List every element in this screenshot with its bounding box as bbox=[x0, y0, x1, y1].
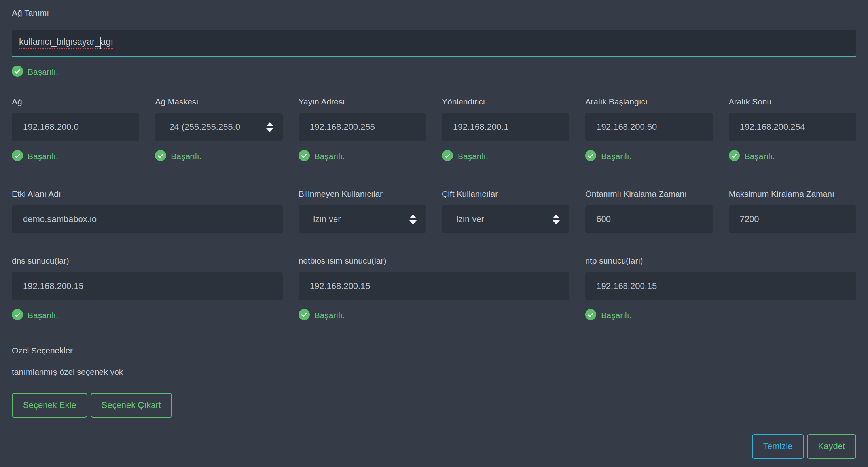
network-address-row: Ağ 192.168.200.0 Başarılı. Ağ Maskesi 24… bbox=[12, 97, 856, 162]
field-label: Yayın Adresi bbox=[299, 97, 426, 106]
status-text: Başarılı. bbox=[28, 311, 58, 320]
unknown-clients-select[interactable]: Izin ver bbox=[299, 205, 426, 234]
custom-options-empty-text: tanımlanmış özel seçenek yok bbox=[12, 367, 856, 377]
input-text: 192.168.200.50 bbox=[596, 122, 657, 132]
network-definition-label: Ağ Tanımı bbox=[12, 8, 856, 18]
input-text: kullanici_bilgisayar_ bbox=[19, 36, 100, 49]
field-netmask: Ağ Maskesi 24 (255.255.255.0 Başarılı. bbox=[155, 97, 282, 162]
field-unknown-clients: Bilinmeyen Kullanıcılar Izin ver bbox=[299, 189, 426, 234]
status-text: Başarılı. bbox=[458, 152, 488, 161]
check-circle-icon bbox=[729, 150, 740, 163]
status-row: Başarılı. bbox=[729, 151, 856, 162]
field-default-lease-time: Öntanımlı Kiralama Zamanı 600 bbox=[585, 189, 713, 234]
status-text: Başarılı. bbox=[171, 152, 201, 161]
input-text: 192.168.200.15 bbox=[310, 281, 370, 291]
clear-button[interactable]: Temizle bbox=[752, 434, 804, 459]
input-text: agi bbox=[101, 36, 113, 49]
range-start-input[interactable]: 192.168.200.50 bbox=[585, 113, 713, 141]
network-definition-field: Ağ Tanımı kullanici_bilgisayar_agi Başar… bbox=[12, 8, 856, 78]
field-label: ntp sunucu(ları) bbox=[585, 256, 856, 266]
save-button[interactable]: Kaydet bbox=[807, 434, 857, 459]
check-circle-icon bbox=[585, 150, 596, 163]
field-router: Yönlendirici 192.168.200.1 Başarılı. bbox=[442, 97, 569, 162]
field-range-end: Aralık Sonu 192.168.200.254 Başarılı. bbox=[729, 97, 856, 162]
select-value: Izin ver bbox=[456, 214, 484, 224]
check-circle-icon bbox=[442, 150, 453, 163]
status-text: Başarılı. bbox=[315, 311, 345, 320]
status-text: Başarılı. bbox=[28, 67, 58, 77]
check-circle-icon bbox=[12, 66, 23, 78]
field-label: Çift Kullanıcılar bbox=[442, 189, 569, 199]
field-label: netbios isim sunucu(lar) bbox=[299, 256, 570, 266]
input-text: 192.168.200.1 bbox=[453, 122, 509, 132]
input-text: 192.168.200.254 bbox=[740, 122, 805, 132]
default-lease-time-input[interactable]: 600 bbox=[585, 205, 713, 234]
field-broadcast: Yayın Adresi 192.168.200.255 Başarılı. bbox=[299, 97, 426, 162]
field-label: Aralık Başlangıcı bbox=[585, 97, 713, 106]
status-text: Başarılı. bbox=[745, 152, 775, 161]
status-row: Başarılı. bbox=[585, 310, 856, 321]
status-row: Başarılı. bbox=[299, 310, 570, 321]
input-text: 192.168.200.15 bbox=[596, 281, 657, 291]
field-label: Aralık Sonu bbox=[729, 97, 856, 106]
input-text: demo.sambabox.io bbox=[23, 214, 97, 224]
status-row: Başarılı. bbox=[12, 66, 856, 78]
servers-row: dns sunucu(lar) 192.168.200.15 Başarılı.… bbox=[12, 256, 856, 321]
status-text: Başarılı. bbox=[315, 152, 345, 161]
check-circle-icon bbox=[585, 309, 596, 322]
field-ntp-servers: ntp sunucu(ları) 192.168.200.15 Başarılı… bbox=[585, 256, 856, 321]
input-text: 192.168.200.255 bbox=[310, 122, 375, 132]
netmask-select[interactable]: 24 (255.255.255.0 bbox=[155, 113, 282, 141]
field-range-start: Aralık Başlangıcı 192.168.200.50 Başarıl… bbox=[585, 97, 713, 162]
custom-options-title: Özel Seçenekler bbox=[12, 346, 856, 356]
input-text: 7200 bbox=[740, 214, 759, 224]
field-max-lease-time: Maksimum Kiralama Zamanı 7200 bbox=[729, 189, 856, 234]
field-label: Ağ Maskesi bbox=[155, 97, 282, 106]
select-value: Izin ver bbox=[313, 214, 341, 224]
input-text: 600 bbox=[596, 214, 611, 224]
remove-option-button[interactable]: Seçenek Çıkart bbox=[91, 393, 172, 418]
domain-name-input[interactable]: demo.sambabox.io bbox=[12, 205, 283, 234]
check-circle-icon bbox=[299, 309, 310, 322]
status-text: Başarılı. bbox=[601, 311, 631, 320]
field-network: Ağ 192.168.200.0 Başarılı. bbox=[12, 97, 139, 162]
dns-servers-input[interactable]: 192.168.200.15 bbox=[12, 272, 283, 300]
field-dns-servers: dns sunucu(lar) 192.168.200.15 Başarılı. bbox=[12, 256, 283, 321]
status-row: Başarılı. bbox=[585, 151, 713, 162]
status-row: Başarılı. bbox=[12, 151, 139, 162]
netbios-servers-input[interactable]: 192.168.200.15 bbox=[299, 272, 570, 300]
status-row: Başarılı. bbox=[155, 151, 282, 162]
field-label: dns sunucu(lar) bbox=[12, 256, 283, 266]
network-input[interactable]: 192.168.200.0 bbox=[12, 113, 139, 141]
add-option-button[interactable]: Seçenek Ekle bbox=[12, 393, 87, 418]
field-label: Bilinmeyen Kullanıcılar bbox=[299, 189, 426, 199]
field-label: Ağ bbox=[12, 97, 139, 106]
max-lease-time-input[interactable]: 7200 bbox=[729, 205, 856, 234]
network-definition-input[interactable]: kullanici_bilgisayar_agi bbox=[12, 30, 856, 57]
check-circle-icon bbox=[155, 150, 166, 163]
form-footer: Temizle Kaydet bbox=[12, 434, 856, 459]
field-label: Yönlendirici bbox=[442, 97, 569, 106]
status-row: Başarılı. bbox=[299, 151, 426, 162]
field-netbios-servers: netbios isim sunucu(lar) 192.168.200.15 … bbox=[299, 256, 570, 321]
field-label: Maksimum Kiralama Zamanı bbox=[729, 189, 856, 199]
broadcast-input[interactable]: 192.168.200.255 bbox=[299, 113, 426, 141]
router-input[interactable]: 192.168.200.1 bbox=[442, 113, 569, 141]
custom-options-buttons: Seçenek Ekle Seçenek Çıkart bbox=[12, 393, 856, 418]
status-row: Başarılı. bbox=[442, 151, 569, 162]
unfold-more-icon bbox=[265, 122, 274, 132]
status-text: Başarılı. bbox=[601, 152, 631, 161]
check-circle-icon bbox=[12, 309, 23, 322]
duplicate-clients-select[interactable]: Izin ver bbox=[442, 205, 569, 234]
ntp-servers-input[interactable]: 192.168.200.15 bbox=[585, 272, 856, 300]
field-duplicate-clients: Çift Kullanıcılar Izin ver bbox=[442, 189, 569, 234]
dhcp-network-form: Ağ Tanımı kullanici_bilgisayar_agi Başar… bbox=[0, 0, 868, 467]
status-row: Başarılı. bbox=[12, 310, 283, 321]
range-end-input[interactable]: 192.168.200.254 bbox=[729, 113, 856, 141]
domain-lease-row: Etki Alanı Adı demo.sambabox.io Bilinmey… bbox=[12, 189, 856, 234]
field-label: Etki Alanı Adı bbox=[12, 189, 283, 199]
unfold-more-icon bbox=[409, 215, 417, 224]
select-value: 24 (255.255.255.0 bbox=[169, 122, 240, 132]
text-caret bbox=[100, 37, 101, 49]
status-text: Başarılı. bbox=[28, 152, 58, 161]
